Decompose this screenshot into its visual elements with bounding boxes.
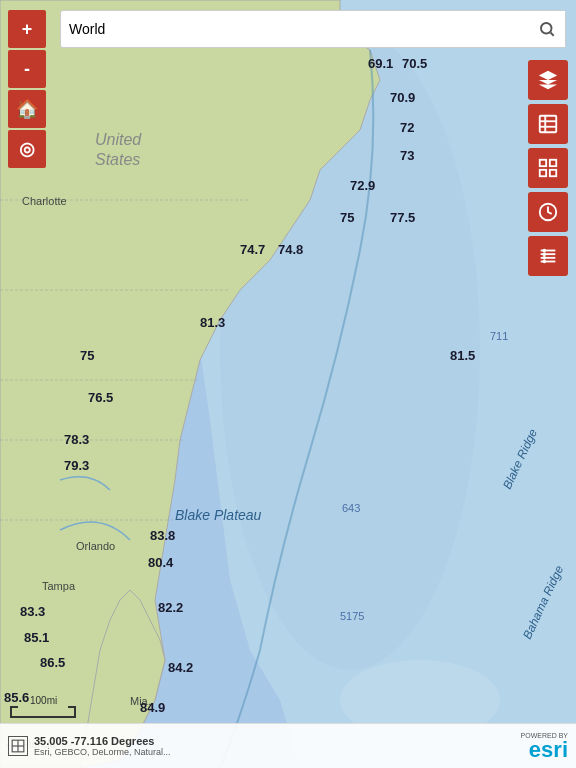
bottom-bar: 35.005 -77.116 Degrees Esri, GEBCO, DeLo… <box>0 723 576 768</box>
temperature-label-t4: 70.5 <box>402 56 427 71</box>
svg-point-20 <box>541 23 552 34</box>
temperature-label-t20: 83.8 <box>150 528 175 543</box>
attribution-text: Esri, GEBCO, DeLorme, Natural... <box>34 747 171 757</box>
temperature-label-t22: 83.3 <box>20 604 45 619</box>
left-controls: + - 🏠 ◎ <box>8 10 46 168</box>
temperature-label-t3: 69.1 <box>368 56 393 71</box>
zoom-out-button[interactable]: - <box>8 50 46 88</box>
coordinates-icon <box>8 736 28 756</box>
temperature-label-t12: 74.8 <box>278 242 303 257</box>
map-container[interactable]: 68.571.169.170.570.9727372.977.57574.774… <box>0 0 576 768</box>
temperature-label-t7: 73 <box>400 148 414 163</box>
grid-button[interactable] <box>528 148 568 188</box>
temperature-label-t17: 76.5 <box>88 390 113 405</box>
temperature-label-t14: 81.3 <box>200 315 225 330</box>
temperature-label-t10: 75 <box>340 210 354 225</box>
temperature-label-t25: 86.5 <box>40 655 65 670</box>
search-input[interactable] <box>61 21 529 37</box>
svg-line-21 <box>550 32 553 35</box>
list-button[interactable] <box>528 236 568 276</box>
svg-point-36 <box>543 253 545 255</box>
temperature-label-t5: 70.9 <box>390 90 415 105</box>
map-background <box>0 0 576 768</box>
temperature-label-t15: 75 <box>80 348 94 363</box>
temperature-label-t18: 78.3 <box>64 432 89 447</box>
esri-logo: POWERED BY esri <box>521 732 568 761</box>
zoom-in-button[interactable]: + <box>8 10 46 48</box>
svg-rect-27 <box>550 160 556 166</box>
coordinates-section: 35.005 -77.116 Degrees Esri, GEBCO, DeLo… <box>8 735 171 757</box>
svg-point-37 <box>543 257 545 259</box>
temperature-label-t24: 85.1 <box>24 630 49 645</box>
depth-label-d1: 711 <box>490 330 508 342</box>
temperature-label-t8: 72.9 <box>350 178 375 193</box>
coordinates-text: 35.005 -77.116 Degrees <box>34 735 171 747</box>
svg-rect-26 <box>540 160 546 166</box>
depth-label-d3: 5175 <box>340 610 364 622</box>
layers-button[interactable] <box>528 60 568 100</box>
temperature-label-t6: 72 <box>400 120 414 135</box>
home-button[interactable]: 🏠 <box>8 90 46 128</box>
temperature-label-t21: 80.4 <box>148 555 173 570</box>
temperature-label-t26: 84.2 <box>168 660 193 675</box>
temperature-label-t11: 74.7 <box>240 242 265 257</box>
svg-point-35 <box>543 250 545 252</box>
search-button[interactable] <box>529 11 565 47</box>
esri-text: esri <box>529 739 568 761</box>
table-button[interactable] <box>528 104 568 144</box>
search-bar <box>60 10 566 48</box>
time-button[interactable] <box>528 192 568 232</box>
temperature-label-t16: 81.5 <box>450 348 475 363</box>
locate-button[interactable]: ◎ <box>8 130 46 168</box>
depth-label-d2: 643 <box>342 502 360 514</box>
temperature-label-t23: 82.2 <box>158 600 183 615</box>
svg-point-38 <box>543 261 545 263</box>
svg-rect-29 <box>550 170 556 176</box>
temperature-label-t28: 84.9 <box>140 700 165 715</box>
temperature-label-t19: 79.3 <box>64 458 89 473</box>
svg-rect-28 <box>540 170 546 176</box>
scale-label: 100mi <box>30 695 57 706</box>
svg-rect-22 <box>540 116 557 133</box>
scale-bar: 100mi <box>10 695 76 718</box>
right-controls <box>528 60 568 276</box>
temperature-label-t9: 77.5 <box>390 210 415 225</box>
